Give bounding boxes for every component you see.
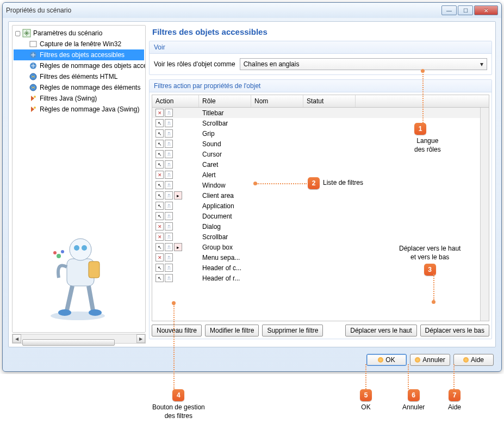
tree-item-label: Filtres des éléments HTML	[40, 73, 117, 80]
table-row[interactable]: ✕⎍Dialog	[152, 221, 480, 232]
new-filter-button[interactable]: Nouveau filtre	[152, 325, 202, 336]
cell-role: Scrollbar	[199, 233, 251, 241]
table-row[interactable]: ✕⎍Scrollbar	[152, 232, 480, 242]
table-row[interactable]: ↖⎍Caret	[152, 159, 480, 170]
tree-item[interactable]: Règles de nommage Java (Swing)	[14, 104, 144, 115]
svg-rect-1	[30, 41, 36, 47]
disabled-icon: ✕	[155, 171, 164, 179]
ok-dot-icon	[378, 357, 383, 363]
hierarchy-icon: ⎍	[165, 171, 173, 179]
cursor-icon: ↖	[155, 129, 164, 138]
cursor-icon: ↖	[155, 212, 164, 220]
tree-item[interactable]: Capture de la fenêtre Win32	[14, 39, 144, 49]
cancel-dot-icon	[415, 357, 420, 363]
nav-tree[interactable]: ▢ Paramètres du scénario Capture de la f…	[12, 25, 146, 333]
table-row[interactable]: ✕⎍Titlebar	[152, 108, 480, 118]
page-title: Filtres des objets accessibles	[149, 25, 492, 41]
table-row[interactable]: ↖⎍Document	[152, 211, 480, 221]
close-button[interactable]: ✕	[474, 5, 498, 15]
ok-button[interactable]: OK	[366, 354, 407, 366]
hierarchy-icon: ⎍	[165, 181, 173, 189]
cursor-icon: ↖	[155, 243, 164, 251]
col-statut[interactable]: Statut	[303, 95, 356, 107]
cursor-icon: ↖	[155, 191, 164, 200]
voir-group-header: Voir	[150, 41, 491, 54]
tree-hscrollbar[interactable]: ◀ ▶	[12, 334, 146, 344]
svg-point-18	[61, 250, 64, 253]
svg-point-14	[58, 309, 71, 316]
minimize-button[interactable]: —	[441, 5, 457, 15]
hierarchy-icon: ⎍	[165, 140, 173, 148]
svg-point-17	[53, 251, 57, 254]
cell-role: Sound	[199, 140, 251, 148]
col-action[interactable]: Action	[152, 95, 199, 107]
svg-point-6	[34, 96, 36, 98]
tree-item-icon	[29, 72, 38, 81]
cell-role: Cursor	[199, 151, 251, 158]
tree-item-label: Règles de nommage des objets accessibles	[40, 62, 146, 70]
robot-illustration	[34, 229, 121, 321]
tree-item-icon	[29, 105, 38, 114]
cell-role: Client area	[199, 192, 251, 200]
cell-role: Document	[199, 213, 251, 220]
disabled-icon: ✕	[155, 222, 164, 230]
combo-value: Chaînes en anglais	[244, 60, 300, 68]
hierarchy-icon: ⎍	[165, 191, 173, 200]
tree-item[interactable]: Règles de nommage des éléments	[14, 82, 144, 93]
tree-item[interactable]: Filtres Java (Swing)	[14, 93, 144, 104]
grid-header: Action Rôle Nom Statut	[152, 95, 489, 108]
svg-rect-13	[89, 261, 99, 278]
titlebar[interactable]: Propriétés du scénario — ☐ ✕	[3, 3, 501, 18]
dialog-window: Propriétés du scénario — ☐ ✕ ▢ Paramètre…	[2, 2, 502, 372]
cell-role: Scrollbar	[199, 120, 251, 127]
tree-item[interactable]: Filtres des éléments HTML	[14, 71, 144, 82]
col-nom[interactable]: Nom	[251, 95, 303, 107]
left-panel: ▢ Paramètres du scénario Capture de la f…	[12, 25, 146, 344]
tree-item-icon	[29, 51, 38, 59]
window-title: Propriétés du scénario	[6, 7, 441, 14]
tree-item-icon	[29, 40, 38, 48]
scroll-thumb[interactable]	[22, 339, 115, 346]
hierarchy-icon: ⎍	[165, 212, 173, 220]
tree-item-label: Filtres Java (Swing)	[40, 95, 97, 102]
table-row[interactable]: ↖⎍▸Client area	[152, 190, 480, 201]
tree-item-icon	[29, 61, 38, 70]
hierarchy-icon: ⎍	[165, 222, 173, 230]
hierarchy-icon: ⎍	[165, 150, 173, 158]
svg-point-10	[70, 239, 91, 260]
move-up-button[interactable]: Déplacer vers le haut	[345, 325, 416, 336]
table-row[interactable]: ↖⎍Application	[152, 201, 480, 211]
cursor-icon: ↖	[155, 202, 164, 210]
filter-buttons-row: Nouveau filtre Modifier le filtre Suppri…	[152, 325, 489, 336]
col-role[interactable]: Rôle	[199, 95, 251, 107]
cell-role: Grip	[199, 130, 251, 138]
cell-role: Window	[199, 182, 251, 189]
cursor-icon: ↖	[155, 181, 164, 189]
delete-filter-button[interactable]: Supprimer le filtre	[262, 325, 323, 336]
collapse-icon[interactable]: ▢	[15, 29, 20, 37]
tree-item-icon	[29, 83, 38, 92]
filters-group: Filtres action par propriétés de l'objet…	[149, 79, 492, 339]
help-button[interactable]: Aide	[453, 354, 494, 366]
maximize-button[interactable]: ☐	[458, 5, 473, 15]
tree-item-label: Règles de nommage des éléments	[40, 84, 140, 91]
svg-point-16	[57, 254, 61, 258]
cancel-button[interactable]: Annuler	[410, 354, 450, 366]
scroll-left-icon[interactable]: ◀	[13, 334, 21, 343]
cell-role: Header of c...	[199, 264, 251, 272]
disabled-icon: ✕	[155, 253, 164, 261]
scroll-right-icon[interactable]: ▶	[136, 334, 145, 343]
flag-icon: ▸	[174, 191, 182, 200]
tree-item[interactable]: Règles de nommage des objets accessibles	[14, 60, 144, 71]
role-language-combo[interactable]: Chaînes en anglais	[240, 58, 487, 70]
tree-item-label: Règles de nommage Java (Swing)	[40, 105, 139, 113]
move-down-button[interactable]: Déplacer vers le bas	[420, 325, 489, 336]
edit-filter-button[interactable]: Modifier le filtre	[205, 325, 259, 336]
cell-role: Caret	[199, 161, 251, 169]
flag-icon: ▸	[174, 243, 182, 251]
cell-role: Header of r...	[199, 275, 251, 282]
grid-vscrollbar[interactable]	[480, 108, 489, 321]
tree-root[interactable]: ▢ Paramètres du scénario	[14, 28, 144, 39]
tree-item[interactable]: Filtres des objets accessibles	[14, 49, 144, 60]
cell-role: Group box	[199, 244, 251, 251]
